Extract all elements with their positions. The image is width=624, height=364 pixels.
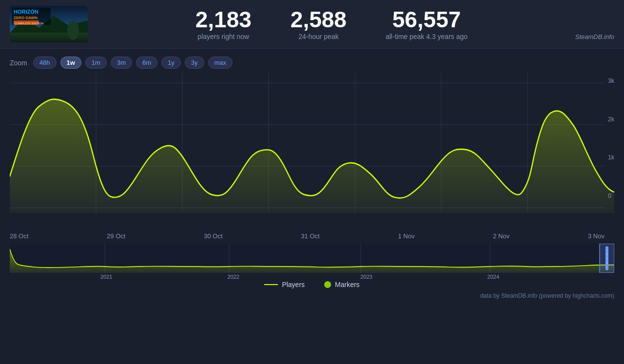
all-time-peak-stat: 56,557 all-time peak 4.3 years ago: [386, 8, 468, 40]
zoom-1w[interactable]: 1w: [60, 57, 81, 69]
zoom-max[interactable]: max: [208, 57, 233, 69]
svg-text:COMPLETE EDITION: COMPLETE EDITION: [15, 22, 43, 25]
svg-text:ZERO DAWN: ZERO DAWN: [14, 16, 38, 20]
x-label-31oct: 31 Oct: [301, 232, 319, 240]
x-label-1nov: 1 Nov: [398, 232, 414, 240]
y-axis-0: 0: [608, 192, 614, 199]
x-label-30oct: 30 Oct: [204, 232, 222, 240]
svg-text:HORIZON: HORIZON: [14, 9, 39, 15]
zoom-3m[interactable]: 3m: [111, 57, 132, 69]
legend-markers-label: Markers: [335, 281, 360, 288]
game-thumbnail: HORIZON ZERO DAWN COMPLETE EDITION: [10, 6, 88, 42]
x-label-28oct: 28 Oct: [10, 232, 28, 240]
x-label-3nov: 3 Nov: [588, 232, 604, 240]
zoom-3y[interactable]: 3y: [185, 57, 204, 69]
players-now-stat: 2,183 players right now: [195, 8, 252, 40]
legend-markers-dot: [324, 281, 331, 288]
mini-chart-container: 2021 2022 2023 2024: [0, 242, 624, 276]
legend-markers: Markers: [324, 281, 360, 288]
zoom-48h[interactable]: 48h: [33, 57, 57, 69]
x-label-2nov: 2 Nov: [493, 232, 509, 240]
svg-point-8: [67, 20, 79, 40]
mini-chart-svg: [10, 244, 614, 273]
zoom-1y[interactable]: 1y: [161, 57, 181, 69]
zoom-bar: Zoom 48h 1w 1m 3m 6m 1y 3y max: [0, 49, 624, 73]
y-axis-2k: 2k: [608, 116, 614, 123]
y-axis-1k: 1k: [608, 154, 614, 161]
stats-group: 2,183 players right now 2,588 24-hour pe…: [107, 8, 556, 40]
players-now-label: players right now: [195, 33, 252, 40]
x-axis: 28 Oct 29 Oct 30 Oct 31 Oct 1 Nov 2 Nov …: [10, 229, 614, 242]
legend-players: Players: [264, 281, 305, 288]
all-time-peak-label: all-time peak 4.3 years ago: [386, 33, 468, 40]
y-axis-3k: 3k: [608, 77, 614, 84]
legend-players-label: Players: [282, 281, 305, 288]
peak-24h-value: 2,588: [291, 8, 347, 31]
legend-players-line: [264, 284, 278, 285]
legend: Players Markers: [0, 276, 624, 290]
zoom-label: Zoom: [10, 59, 27, 67]
zoom-6m[interactable]: 6m: [136, 57, 157, 69]
zoom-1m[interactable]: 1m: [85, 57, 107, 69]
x-label-29oct: 29 Oct: [107, 232, 125, 240]
chart-container: 3k 2k 1k 0 28 Oct 29 Oct 30 Oct 31 Oct 1…: [0, 73, 624, 242]
all-time-peak-value: 56,557: [386, 8, 468, 31]
players-now-value: 2,183: [195, 8, 252, 31]
peak-24h-label: 24-hour peak: [291, 33, 347, 40]
steamdb-watermark: SteamDB.info: [575, 33, 614, 40]
peak-24h-stat: 2,588 24-hour peak: [291, 8, 347, 40]
header: HORIZON ZERO DAWN COMPLETE EDITION 2,183…: [0, 0, 624, 49]
main-chart-svg: [10, 73, 614, 229]
main-chart: 3k 2k 1k 0: [10, 73, 614, 229]
data-credit: data by SteamDB.info (powered by highcha…: [0, 290, 624, 303]
